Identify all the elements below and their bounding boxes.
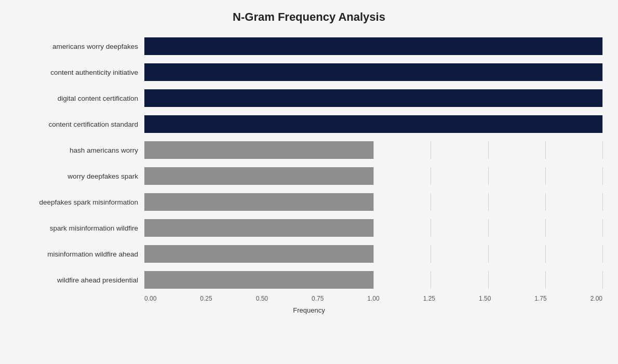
bar-fill [144,37,602,55]
bar-label: spark misinformation wildfire [16,224,144,232]
bar-fill [144,193,373,211]
bar-row: wildfire ahead presidential [16,267,602,293]
bar-track [144,219,602,237]
bar-row: content authenticity initiative [16,59,602,85]
x-axis-labels: 0.000.250.500.751.001.251.501.752.00 [144,295,602,302]
bar-label: hash americans worry [16,146,144,154]
bar-fill [144,167,373,185]
bar-label: content certification standard [16,120,144,128]
bar-label: deepfakes spark misinformation [16,198,144,206]
x-tick: 1.25 [423,295,435,302]
x-tick: 1.50 [479,295,491,302]
bar-row: content certification standard [16,111,602,137]
bar-fill [144,63,602,81]
x-tick: 0.25 [200,295,212,302]
x-tick: 0.75 [312,295,324,302]
bar-fill [144,271,373,289]
bar-label: content authenticity initiative [16,69,144,76]
bar-fill [144,89,602,107]
bar-label: worry deepfakes spark [16,172,144,180]
bar-fill [144,219,373,237]
bar-row: deepfakes spark misinformation [16,189,602,215]
bar-row: misinformation wildfire ahead [16,241,602,267]
x-tick: 1.75 [534,295,546,302]
chart-title: N-Gram Frequency Analysis [16,10,602,24]
bar-track [144,63,602,81]
bar-track [144,245,602,263]
bar-label: misinformation wildfire ahead [16,250,144,258]
bar-fill [144,115,602,133]
bar-track [144,141,602,159]
bars-wrapper: americans worry deepfakescontent authent… [16,33,602,293]
x-tick: 0.50 [256,295,268,302]
x-tick: 0.00 [144,295,156,302]
chart-container: N-Gram Frequency Analysis americans worr… [0,0,618,364]
bar-row: hash americans worry [16,137,602,163]
bar-fill [144,141,373,159]
bar-track [144,37,602,55]
bar-label: wildfire ahead presidential [16,276,144,284]
bar-track [144,193,602,211]
bar-track [144,167,602,185]
x-axis-title: Frequency [16,306,602,314]
chart-area: americans worry deepfakescontent authent… [16,33,602,314]
bar-fill [144,245,373,263]
bar-label: digital content certification [16,95,144,102]
bar-label: americans worry deepfakes [16,43,144,50]
x-tick: 1.00 [367,295,379,302]
bar-row: americans worry deepfakes [16,33,602,59]
bar-row: worry deepfakes spark [16,163,602,189]
bar-row: digital content certification [16,85,602,111]
x-tick: 2.00 [590,295,602,302]
bar-row: spark misinformation wildfire [16,215,602,241]
bar-track [144,115,602,133]
bar-track [144,271,602,289]
bar-track [144,89,602,107]
